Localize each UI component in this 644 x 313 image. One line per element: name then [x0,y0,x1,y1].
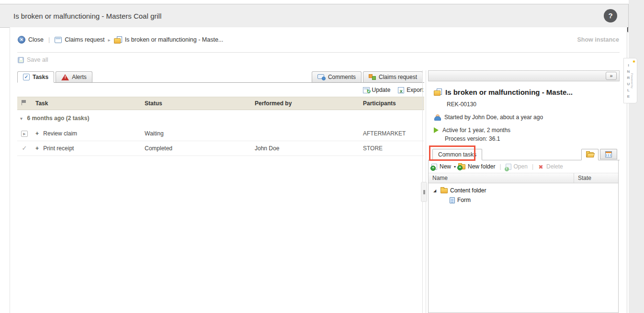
expand-task-icon[interactable]: + [35,145,39,152]
folder-icon [441,188,448,193]
open-folder-icon [586,152,594,157]
person-icon [434,114,441,121]
calendar-icon [605,151,612,157]
case-folder-icon [114,36,122,44]
powered-by-inrule-badge[interactable]: ✱ I N R U L E Powered by [623,58,637,103]
page-title: Is broken or malfunctioning - Masters Co… [13,12,161,20]
toolbar-separator: | [532,163,533,170]
tab-common-tasks[interactable]: Common tasks [432,149,482,160]
breadcrumb-item-case[interactable]: Is broken or malfunctioning - Maste... [114,36,224,44]
breadcrumb-item-claims-request[interactable]: Claims request [55,36,104,43]
task-completed-icon [21,145,28,151]
content-view-tabs [581,149,617,160]
tab-claims-request[interactable]: Claims request [363,71,423,83]
task-group-row[interactable]: ▾ 6 months ago (2 tasks) [17,110,424,126]
excel-export-icon [398,87,404,93]
help-button[interactable]: ? [604,9,617,22]
tab-comments[interactable]: Comments [312,71,362,83]
tree-expander-icon[interactable]: ◢ [433,189,438,193]
process-version-text: Process version: 36.1 [445,135,615,142]
show-instance-link[interactable]: Show instance [577,36,619,43]
tree-item-form[interactable]: Form [429,195,617,205]
tasks-table: Task Status Performed by Participants ▾ … [17,97,424,156]
breadcrumb: Close | Claims request ▸ Is broken or ma… [10,27,627,52]
tree-item-content-folder[interactable]: ◢ Content folder [429,186,617,195]
content-tab-strip: Common tasks [428,147,620,160]
table-actions: Update Export [17,83,424,97]
flag-icon [21,100,26,105]
new-folder-icon [458,164,465,169]
tasks-icon [23,74,30,80]
table-row[interactable]: + Review claim Waiting AFTERMARKET [17,126,424,141]
case-details-panel: » Is broken or malfunctioning - Maste...… [428,70,620,313]
content-toolbar: New ▾ New folder | Open | Delete [429,160,618,173]
task-name[interactable]: Review claim [43,130,77,137]
inrule-brand-letters: I N R U L E [627,62,630,100]
breadcrumb-divider [17,52,620,53]
new-button[interactable]: New ▾ [431,163,456,170]
expand-task-icon[interactable]: + [35,130,39,137]
task-performed-by: John Doe [251,141,359,156]
active-for-text: Active for 1 year, 2 months [442,127,510,134]
splitter-grip-icon [423,190,425,194]
save-icon [18,57,24,63]
task-performed-by [251,126,359,141]
started-by-row: Started by John Doe, about a year ago [434,114,615,121]
table-row[interactable]: + Print receipt Completed John Doe STORE [17,141,424,156]
collapse-panel-button[interactable]: » [606,72,617,80]
splitter-handle[interactable] [421,182,427,202]
tree-item-label: Content folder [450,187,486,194]
active-status-row: Active for 1 year, 2 months [434,127,615,134]
case-window: Close | Claims request ▸ Is broken or ma… [10,27,627,313]
export-button[interactable]: Export [398,87,423,93]
process-flow-icon [369,74,376,80]
case-number: REK-00130 [447,101,615,108]
case-summary: Is broken or malfunctioning - Maste... R… [428,81,620,146]
column-header-participants[interactable]: Participants [359,97,424,110]
delete-button[interactable]: Delete [538,163,563,170]
flag-column-header[interactable] [17,97,32,110]
alert-triangle-icon [61,74,69,80]
tab-tasks[interactable]: Tasks [17,71,54,83]
page-background-strip [629,0,644,313]
tasks-pane: Tasks Alerts Comments Claims request Upd… [17,70,424,156]
tab-alerts[interactable]: Alerts [56,71,92,83]
details-panel-header: » [428,70,620,81]
close-button[interactable]: Close [18,36,44,44]
grid-column-name[interactable]: Name [429,173,574,183]
task-participants: STORE [359,141,424,156]
active-play-icon [434,127,439,133]
case-folder-icon [434,89,442,96]
open-button[interactable]: Open [506,163,528,170]
content-folder-box: New ▾ New folder | Open | Delete [428,160,619,313]
content-grid-header: Name State [429,173,618,183]
task-name[interactable]: Print receipt [43,145,74,152]
close-icon [18,36,25,44]
case-title-row: Is broken or malfunctioning - Maste... [434,88,615,96]
comments-icon [317,74,325,80]
new-folder-button[interactable]: New folder [458,163,495,170]
powered-by-text: Powered by [631,73,633,89]
case-title: Is broken or malfunctioning - Maste... [445,88,573,96]
task-in-progress-icon [21,131,28,137]
started-by-text: Started by John Doe, about a year ago [444,114,543,121]
update-button[interactable]: Update [363,87,391,93]
task-status: Completed [141,141,251,156]
grid-column-state[interactable]: State [574,173,618,183]
open-icon [506,164,511,170]
column-header-performed-by[interactable]: Performed by [251,97,359,110]
tab-strip: Tasks Alerts Comments Claims request [17,70,424,83]
save-all-button[interactable]: Save all [18,56,48,63]
column-header-task[interactable]: Task [32,97,141,110]
spark-icon: ✱ [633,60,635,64]
process-window-icon [55,37,62,43]
update-icon [363,87,370,93]
tab-calendar-view[interactable] [600,149,617,159]
breadcrumb-arrow-icon: ▸ [108,37,111,43]
group-collapse-icon: ▾ [20,116,23,121]
content-tree: ◢ Content folder Form [429,183,618,313]
toolbar-separator: | [499,163,501,170]
tab-folder-view[interactable] [581,149,599,160]
dropdown-caret-icon: ▾ [454,165,456,169]
column-header-status[interactable]: Status [141,97,251,110]
